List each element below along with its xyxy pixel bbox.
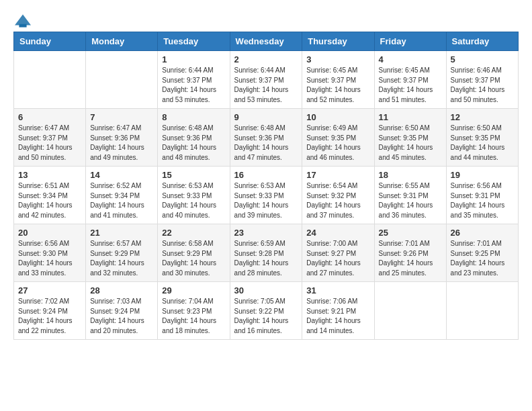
calendar-cell: 21Sunrise: 6:57 AM Sunset: 9:29 PM Dayli… <box>86 224 158 282</box>
day-number: 28 <box>90 285 153 295</box>
calendar-cell: 28Sunrise: 7:03 AM Sunset: 9:24 PM Dayli… <box>86 282 158 340</box>
day-number: 2 <box>234 54 298 64</box>
calendar-cell: 1Sunrise: 6:44 AM Sunset: 9:37 PM Daylig… <box>158 51 230 109</box>
calendar-week-row: 13Sunrise: 6:51 AM Sunset: 9:34 PM Dayli… <box>14 167 519 224</box>
calendar-cell: 27Sunrise: 7:02 AM Sunset: 9:24 PM Dayli… <box>14 282 86 340</box>
calendar-week-row: 20Sunrise: 6:56 AM Sunset: 9:30 PM Dayli… <box>14 224 519 282</box>
day-number: 3 <box>306 54 369 64</box>
day-number: 14 <box>90 170 153 180</box>
day-info: Sunrise: 6:48 AM Sunset: 9:36 PM Dayligh… <box>162 124 225 163</box>
day-info: Sunrise: 7:01 AM Sunset: 9:26 PM Dayligh… <box>379 239 442 278</box>
day-info: Sunrise: 6:49 AM Sunset: 9:35 PM Dayligh… <box>306 124 369 163</box>
calendar-cell: 7Sunrise: 6:47 AM Sunset: 9:36 PM Daylig… <box>86 109 158 167</box>
calendar-cell: 26Sunrise: 7:01 AM Sunset: 9:25 PM Dayli… <box>446 224 518 282</box>
day-number: 30 <box>234 285 298 295</box>
day-number: 27 <box>18 285 81 295</box>
day-number: 13 <box>18 170 81 180</box>
calendar-cell: 15Sunrise: 6:53 AM Sunset: 9:33 PM Dayli… <box>158 167 230 224</box>
day-info: Sunrise: 7:00 AM Sunset: 9:27 PM Dayligh… <box>306 239 369 278</box>
calendar-cell: 8Sunrise: 6:48 AM Sunset: 9:36 PM Daylig… <box>158 109 230 167</box>
calendar-week-row: 6Sunrise: 6:47 AM Sunset: 9:37 PM Daylig… <box>14 109 519 167</box>
day-number: 15 <box>162 170 225 180</box>
day-info: Sunrise: 6:52 AM Sunset: 9:34 PM Dayligh… <box>90 181 153 220</box>
day-info: Sunrise: 6:46 AM Sunset: 9:37 PM Dayligh… <box>451 66 514 105</box>
calendar-cell: 17Sunrise: 6:54 AM Sunset: 9:32 PM Dayli… <box>302 167 374 224</box>
calendar-cell: 3Sunrise: 6:45 AM Sunset: 9:37 PM Daylig… <box>302 51 374 109</box>
day-number: 20 <box>18 228 81 238</box>
day-number: 4 <box>379 54 442 64</box>
calendar-cell: 24Sunrise: 7:00 AM Sunset: 9:27 PM Dayli… <box>302 224 374 282</box>
day-number: 24 <box>306 228 369 238</box>
calendar-cell: 12Sunrise: 6:50 AM Sunset: 9:35 PM Dayli… <box>446 109 518 167</box>
day-of-week-header: Wednesday <box>230 32 302 51</box>
day-number: 8 <box>162 112 225 122</box>
day-number: 5 <box>451 54 514 64</box>
day-info: Sunrise: 7:04 AM Sunset: 9:23 PM Dayligh… <box>162 297 225 336</box>
calendar-week-row: 27Sunrise: 7:02 AM Sunset: 9:24 PM Dayli… <box>14 282 519 340</box>
day-number: 12 <box>451 112 514 122</box>
calendar-cell: 23Sunrise: 6:59 AM Sunset: 9:28 PM Dayli… <box>230 224 302 282</box>
day-info: Sunrise: 6:58 AM Sunset: 9:29 PM Dayligh… <box>162 239 225 278</box>
day-info: Sunrise: 6:53 AM Sunset: 9:33 PM Dayligh… <box>234 181 298 220</box>
calendar-cell: 5Sunrise: 6:46 AM Sunset: 9:37 PM Daylig… <box>446 51 518 109</box>
calendar-cell: 6Sunrise: 6:47 AM Sunset: 9:37 PM Daylig… <box>14 109 86 167</box>
day-number: 16 <box>234 170 298 180</box>
calendar-cell: 4Sunrise: 6:45 AM Sunset: 9:37 PM Daylig… <box>374 51 446 109</box>
calendar-week-row: 1Sunrise: 6:44 AM Sunset: 9:37 PM Daylig… <box>14 51 519 109</box>
day-number: 11 <box>379 112 442 122</box>
day-number: 21 <box>90 228 153 238</box>
day-info: Sunrise: 7:06 AM Sunset: 9:21 PM Dayligh… <box>306 297 369 336</box>
day-info: Sunrise: 7:05 AM Sunset: 9:22 PM Dayligh… <box>234 297 298 336</box>
day-info: Sunrise: 7:03 AM Sunset: 9:24 PM Dayligh… <box>90 297 153 336</box>
calendar-cell: 20Sunrise: 6:56 AM Sunset: 9:30 PM Dayli… <box>14 224 86 282</box>
day-info: Sunrise: 6:50 AM Sunset: 9:35 PM Dayligh… <box>379 124 442 163</box>
day-info: Sunrise: 6:44 AM Sunset: 9:37 PM Dayligh… <box>234 66 298 105</box>
calendar-cell: 14Sunrise: 6:52 AM Sunset: 9:34 PM Dayli… <box>86 167 158 224</box>
day-info: Sunrise: 7:01 AM Sunset: 9:25 PM Dayligh… <box>451 239 514 278</box>
calendar-cell: 9Sunrise: 6:48 AM Sunset: 9:36 PM Daylig… <box>230 109 302 167</box>
day-info: Sunrise: 6:56 AM Sunset: 9:30 PM Dayligh… <box>18 239 81 278</box>
calendar-cell: 18Sunrise: 6:55 AM Sunset: 9:31 PM Dayli… <box>374 167 446 224</box>
calendar-table: SundayMondayTuesdayWednesdayThursdayFrid… <box>13 32 519 340</box>
calendar-cell: 2Sunrise: 6:44 AM Sunset: 9:37 PM Daylig… <box>230 51 302 109</box>
calendar-cell <box>14 51 86 109</box>
calendar-cell <box>374 282 446 340</box>
calendar-cell: 25Sunrise: 7:01 AM Sunset: 9:26 PM Dayli… <box>374 224 446 282</box>
day-info: Sunrise: 6:47 AM Sunset: 9:36 PM Dayligh… <box>90 124 153 163</box>
day-number: 9 <box>234 112 298 122</box>
day-info: Sunrise: 6:44 AM Sunset: 9:37 PM Dayligh… <box>162 66 225 105</box>
day-number: 1 <box>162 54 225 64</box>
svg-marker-0 <box>15 14 31 25</box>
day-info: Sunrise: 6:51 AM Sunset: 9:34 PM Dayligh… <box>18 181 81 220</box>
calendar-cell: 16Sunrise: 6:53 AM Sunset: 9:33 PM Dayli… <box>230 167 302 224</box>
calendar-cell <box>446 282 518 340</box>
day-of-week-header: Friday <box>374 32 446 51</box>
day-info: Sunrise: 6:45 AM Sunset: 9:37 PM Dayligh… <box>306 66 369 105</box>
day-info: Sunrise: 6:45 AM Sunset: 9:37 PM Dayligh… <box>379 66 442 105</box>
day-number: 6 <box>18 112 81 122</box>
day-info: Sunrise: 6:54 AM Sunset: 9:32 PM Dayligh… <box>306 181 369 220</box>
day-info: Sunrise: 6:59 AM Sunset: 9:28 PM Dayligh… <box>234 239 298 278</box>
day-info: Sunrise: 6:57 AM Sunset: 9:29 PM Dayligh… <box>90 239 153 278</box>
day-of-week-header: Saturday <box>446 32 518 51</box>
day-number: 19 <box>451 170 514 180</box>
day-number: 23 <box>234 228 298 238</box>
calendar-cell: 10Sunrise: 6:49 AM Sunset: 9:35 PM Dayli… <box>302 109 374 167</box>
calendar-cell: 13Sunrise: 6:51 AM Sunset: 9:34 PM Dayli… <box>14 167 86 224</box>
calendar-cell: 31Sunrise: 7:06 AM Sunset: 9:21 PM Dayli… <box>302 282 374 340</box>
day-info: Sunrise: 6:53 AM Sunset: 9:33 PM Dayligh… <box>162 181 225 220</box>
day-number: 7 <box>90 112 153 122</box>
day-info: Sunrise: 6:56 AM Sunset: 9:31 PM Dayligh… <box>451 181 514 220</box>
day-of-week-header: Monday <box>86 32 158 51</box>
logo <box>13 13 31 28</box>
day-number: 17 <box>306 170 369 180</box>
day-of-week-header: Thursday <box>302 32 374 51</box>
day-number: 25 <box>379 228 442 238</box>
day-number: 26 <box>451 228 514 238</box>
day-of-week-header: Sunday <box>14 32 86 51</box>
calendar-cell <box>86 51 158 109</box>
calendar-header-row: SundayMondayTuesdayWednesdayThursdayFrid… <box>14 32 519 51</box>
day-number: 22 <box>162 228 225 238</box>
day-info: Sunrise: 7:02 AM Sunset: 9:24 PM Dayligh… <box>18 297 81 336</box>
day-info: Sunrise: 6:47 AM Sunset: 9:37 PM Dayligh… <box>18 124 81 163</box>
